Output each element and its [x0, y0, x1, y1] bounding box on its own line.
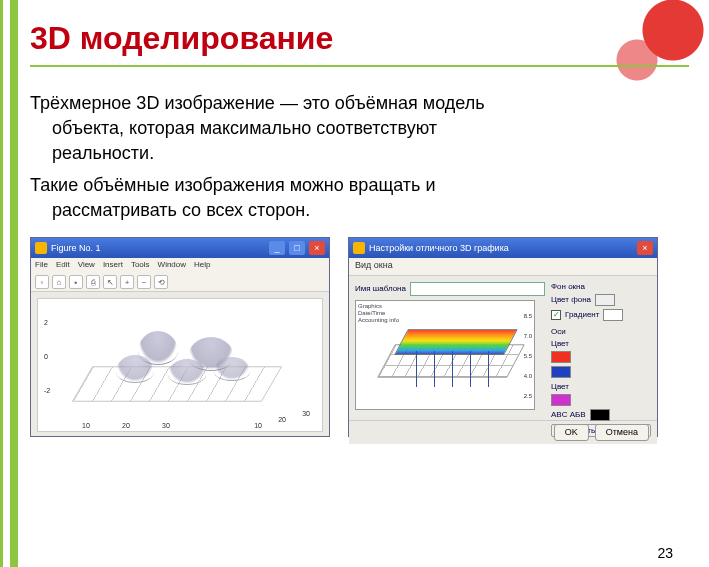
- window-title: Figure No. 1: [51, 243, 101, 253]
- para2-l2: рассматривать со всех сторон.: [52, 198, 689, 223]
- label-color: Цвет: [551, 339, 569, 348]
- menubar: File Edit View Insert Tools Window Help: [31, 258, 329, 274]
- surface-peak: [116, 355, 154, 383]
- figure-window: Figure No. 1 _ □ × File Edit View Insert…: [30, 237, 330, 437]
- ok-button[interactable]: OK: [554, 424, 589, 441]
- ytick: 4.0: [524, 373, 532, 379]
- paragraph-2: Такие объёмные изображения можно вращать…: [30, 173, 689, 223]
- ytick: 5.5: [524, 353, 532, 359]
- open-icon[interactable]: ⌂: [52, 275, 66, 289]
- titlebar: Figure No. 1 _ □ ×: [31, 238, 329, 258]
- menu-item[interactable]: Insert: [103, 260, 123, 272]
- ytick: 2.5: [524, 393, 532, 399]
- label-bgcolor: Цвет фона: [551, 295, 591, 304]
- label-sample-text: ABC АБВ: [551, 410, 586, 419]
- menu-item[interactable]: Window: [158, 260, 186, 272]
- settings-dialog: Настройки отличного 3D графика × Вид окн…: [348, 237, 658, 437]
- xtick: 20: [278, 416, 286, 423]
- menu-item[interactable]: Help: [194, 260, 210, 272]
- label-color: Цвет: [551, 382, 569, 391]
- menu-item[interactable]: View: [78, 260, 95, 272]
- preview-surface: [394, 329, 517, 354]
- window-title: Настройки отличного 3D графика: [369, 243, 509, 253]
- title-underline: [30, 65, 689, 67]
- xtick: 30: [302, 410, 310, 417]
- surface-peak: [214, 357, 250, 381]
- preview-3d: Graphics Date/Time Accounting info 8.5 7…: [355, 300, 535, 410]
- label-template-name: Имя шаблона: [355, 284, 406, 293]
- preview-legend: Graphics Date/Time Accounting info: [358, 303, 399, 325]
- minimize-button[interactable]: _: [269, 241, 285, 255]
- close-button[interactable]: ×: [637, 241, 653, 255]
- tab-view[interactable]: Вид окна: [349, 258, 657, 276]
- ytick: 2: [44, 319, 48, 326]
- label-axes: Оси: [551, 327, 566, 336]
- app-icon: [353, 242, 365, 254]
- menu-item[interactable]: Edit: [56, 260, 70, 272]
- menu-item[interactable]: File: [35, 260, 48, 272]
- rotate-icon[interactable]: ⟲: [154, 275, 168, 289]
- titlebar: Настройки отличного 3D графика ×: [349, 238, 657, 258]
- color-swatch-black[interactable]: [590, 409, 610, 421]
- zoom-in-icon[interactable]: +: [120, 275, 134, 289]
- pointer-icon[interactable]: ↖: [103, 275, 117, 289]
- para1-l2: объекта, которая максимально соответству…: [52, 116, 689, 141]
- color-swatch[interactable]: [595, 294, 615, 306]
- color-swatch[interactable]: [603, 309, 623, 321]
- cancel-button[interactable]: Отмена: [595, 424, 649, 441]
- slide-title: 3D моделирование: [30, 20, 689, 57]
- xtick: 20: [122, 422, 130, 429]
- template-name-input[interactable]: [410, 282, 545, 296]
- app-icon: [35, 242, 47, 254]
- plot-area: 2 0 -2 10 20 30 10 20 30: [37, 298, 323, 432]
- page-number: 23: [657, 545, 673, 561]
- paragraph-1: Трёхмерное 3D изображение — это объёмная…: [30, 91, 689, 167]
- color-swatch-blue[interactable]: [551, 366, 571, 378]
- ytick: 0: [44, 353, 48, 360]
- gradient-checkbox[interactable]: ✓: [551, 310, 561, 320]
- close-button[interactable]: ×: [309, 241, 325, 255]
- ytick: 7.0: [524, 333, 532, 339]
- toolbar: ▫ ⌂ ▪ ⎙ ↖ + − ⟲: [31, 274, 329, 292]
- save-icon[interactable]: ▪: [69, 275, 83, 289]
- zoom-out-icon[interactable]: −: [137, 275, 151, 289]
- label-gradient: Градиент: [565, 310, 599, 319]
- menu-item[interactable]: Tools: [131, 260, 150, 272]
- xtick: 10: [82, 422, 90, 429]
- xtick: 10: [254, 422, 262, 429]
- ytick: 8.5: [524, 313, 532, 319]
- print-icon[interactable]: ⎙: [86, 275, 100, 289]
- maximize-button[interactable]: □: [289, 241, 305, 255]
- new-icon[interactable]: ▫: [35, 275, 49, 289]
- label-bg: Фон окна: [551, 282, 585, 291]
- surface-peak: [168, 359, 206, 385]
- color-swatch-red[interactable]: [551, 351, 571, 363]
- color-swatch-magenta[interactable]: [551, 394, 571, 406]
- xtick: 30: [162, 422, 170, 429]
- ytick: -2: [44, 387, 50, 394]
- para1-l3: реальности.: [52, 141, 689, 166]
- para1-l1: Трёхмерное 3D изображение — это объёмная…: [30, 93, 485, 113]
- para2-l1: Такие объёмные изображения можно вращать…: [30, 175, 436, 195]
